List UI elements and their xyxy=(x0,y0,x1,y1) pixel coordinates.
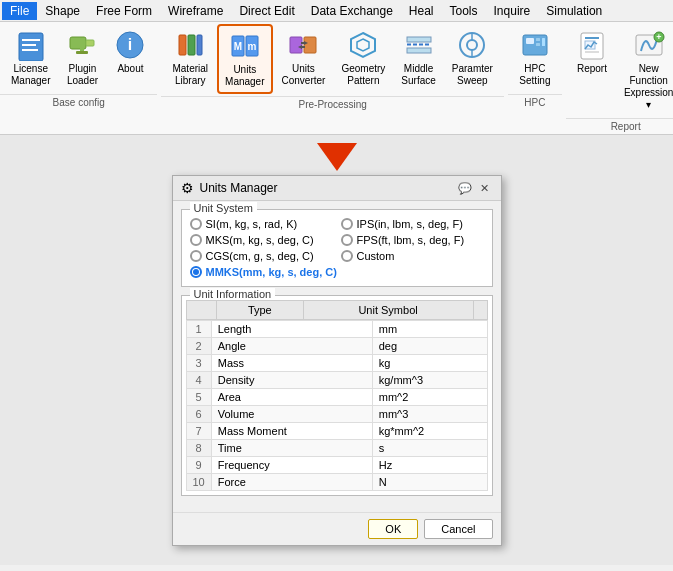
cell-symbol: kg xyxy=(372,355,487,372)
menu-simulation[interactable]: Simulation xyxy=(538,2,610,20)
toolbar-group-preprocessing: MaterialLibrary Mm UnitsManager UnitsCon… xyxy=(161,22,503,134)
svg-rect-38 xyxy=(585,51,599,53)
table-row: 4 Density kg/mm^3 xyxy=(186,372,487,389)
material-library-button[interactable]: MaterialLibrary xyxy=(165,24,215,92)
middle-surface-button[interactable]: MiddleSurface xyxy=(394,24,442,92)
svg-rect-2 xyxy=(22,44,36,46)
radio-custom-btn[interactable] xyxy=(341,250,353,262)
svg-rect-31 xyxy=(526,38,534,44)
radio-mks[interactable]: MKS(m, kg, s, deg, C) xyxy=(190,234,333,246)
radio-si-btn[interactable] xyxy=(190,218,202,230)
about-label: About xyxy=(117,63,143,75)
menu-tools[interactable]: Tools xyxy=(442,2,486,20)
plugin-loader-label: PluginLoader xyxy=(67,63,98,87)
radio-fps-btn[interactable] xyxy=(341,234,353,246)
units-manager-label: UnitsManager xyxy=(225,64,264,88)
menu-shape[interactable]: Shape xyxy=(37,2,88,20)
dialog-body: Unit System SI(m, kg, s, rad, K) IPS(in,… xyxy=(173,201,501,512)
new-function-button[interactable]: + New FunctionExpression ▾ xyxy=(616,24,673,116)
dialog-close-button[interactable]: ✕ xyxy=(477,180,493,196)
unit-data-table: 1 Length mm 2 Angle deg 3 Mass kg 4 Dens… xyxy=(186,320,488,491)
new-function-icon: + xyxy=(633,29,665,61)
about-button[interactable]: i About xyxy=(107,24,153,80)
parameter-sweep-button[interactable]: ParamterSweep xyxy=(445,24,500,92)
menu-freeform[interactable]: Free Form xyxy=(88,2,160,20)
menu-heal[interactable]: Heal xyxy=(401,2,442,20)
svg-marker-21 xyxy=(351,33,375,57)
table-scroll[interactable]: 1 Length mm 2 Angle deg 3 Mass kg 4 Dens… xyxy=(186,320,488,491)
plugin-loader-button[interactable]: PluginLoader xyxy=(59,24,105,92)
cell-no: 10 xyxy=(186,474,211,491)
radio-mmks-label: MMKS(mm, kg, s, deg, C) xyxy=(206,266,337,278)
radio-cgs[interactable]: CGS(cm, g, s, deg, C) xyxy=(190,250,333,262)
cell-no: 7 xyxy=(186,423,211,440)
plugin-loader-icon xyxy=(66,29,98,61)
radio-custom-label: Custom xyxy=(357,250,395,262)
material-library-icon xyxy=(174,29,206,61)
table-row: 6 Volume mm^3 xyxy=(186,406,487,423)
ok-button[interactable]: OK xyxy=(368,519,418,539)
radio-mmks[interactable]: MMKS(mm, kg, s, deg, C) xyxy=(190,266,484,278)
table-wrapper: Type Unit Symbol 1 Length mm xyxy=(186,300,488,491)
dialog-title-icon: ⚙ xyxy=(181,180,194,196)
cell-type: Volume xyxy=(211,406,372,423)
cell-type: Mass Moment xyxy=(211,423,372,440)
radio-ips-btn[interactable] xyxy=(341,218,353,230)
radio-mmks-btn[interactable] xyxy=(190,266,202,278)
table-row: 1 Length mm xyxy=(186,321,487,338)
svg-rect-3 xyxy=(22,49,38,51)
cell-type: Angle xyxy=(211,338,372,355)
cell-type: Mass xyxy=(211,355,372,372)
table-row: 7 Mass Moment kg*mm^2 xyxy=(186,423,487,440)
dialog-chat-icon[interactable]: 💬 xyxy=(457,180,473,196)
parameter-sweep-icon xyxy=(456,29,488,61)
radio-ips[interactable]: IPS(in, lbm, s, deg, F) xyxy=(341,218,484,230)
radio-fps-label: FPS(ft, lbm, s, deg, F) xyxy=(357,234,465,246)
cell-no: 1 xyxy=(186,321,211,338)
report-label: Report xyxy=(577,63,607,75)
radio-cgs-btn[interactable] xyxy=(190,250,202,262)
radio-mks-label: MKS(m, kg, s, deg, C) xyxy=(206,234,314,246)
cell-symbol: kg*mm^2 xyxy=(372,423,487,440)
report-button[interactable]: Report xyxy=(570,24,614,80)
cell-no: 3 xyxy=(186,355,211,372)
radio-custom[interactable]: Custom xyxy=(341,250,484,262)
units-converter-button[interactable]: UnitsConverter xyxy=(275,24,333,92)
svg-rect-6 xyxy=(80,47,84,51)
cell-type: Length xyxy=(211,321,372,338)
hpc-setting-button[interactable]: HPCSetting xyxy=(512,24,558,92)
radio-si-label: SI(m, kg, s, rad, K) xyxy=(206,218,298,230)
cell-no: 9 xyxy=(186,457,211,474)
units-manager-button[interactable]: Mm UnitsManager xyxy=(217,24,272,94)
menu-inquire[interactable]: Inquire xyxy=(486,2,539,20)
geometry-pattern-button[interactable]: GeometryPattern xyxy=(334,24,392,92)
radio-fps[interactable]: FPS(ft, lbm, s, deg, F) xyxy=(341,234,484,246)
cell-no: 2 xyxy=(186,338,211,355)
svg-rect-12 xyxy=(197,35,202,55)
menu-wireframe[interactable]: Wireframe xyxy=(160,2,231,20)
toolbar-group-report: Report + New FunctionExpression ▾ Report xyxy=(566,22,673,134)
units-converter-label: UnitsConverter xyxy=(282,63,326,87)
menu-file[interactable]: File xyxy=(2,2,37,20)
cell-symbol: kg/mm^3 xyxy=(372,372,487,389)
radio-si[interactable]: SI(m, kg, s, rad, K) xyxy=(190,218,333,230)
svg-rect-24 xyxy=(407,48,431,53)
svg-rect-33 xyxy=(536,43,540,46)
table-row: 2 Angle deg xyxy=(186,338,487,355)
dialog-controls: 💬 ✕ xyxy=(457,180,493,196)
svg-rect-17 xyxy=(290,37,302,53)
unit-system-group: Unit System SI(m, kg, s, rad, K) IPS(in,… xyxy=(181,209,493,287)
arrow-indicator xyxy=(317,135,357,175)
license-manager-button[interactable]: LicenseManager xyxy=(4,24,57,92)
material-library-label: MaterialLibrary xyxy=(172,63,208,87)
units-converter-icon xyxy=(287,29,319,61)
cell-type: Force xyxy=(211,474,372,491)
menu-direct-edit[interactable]: Direct Edit xyxy=(231,2,302,20)
radio-mks-btn[interactable] xyxy=(190,234,202,246)
toolbar: LicenseManager PluginLoader i About Base… xyxy=(0,22,673,135)
about-icon: i xyxy=(114,29,146,61)
cancel-button[interactable]: Cancel xyxy=(424,519,492,539)
base-config-label: Base config xyxy=(0,94,157,110)
menu-data-exchange[interactable]: Data Exchange xyxy=(303,2,401,20)
geometry-pattern-label: GeometryPattern xyxy=(341,63,385,87)
